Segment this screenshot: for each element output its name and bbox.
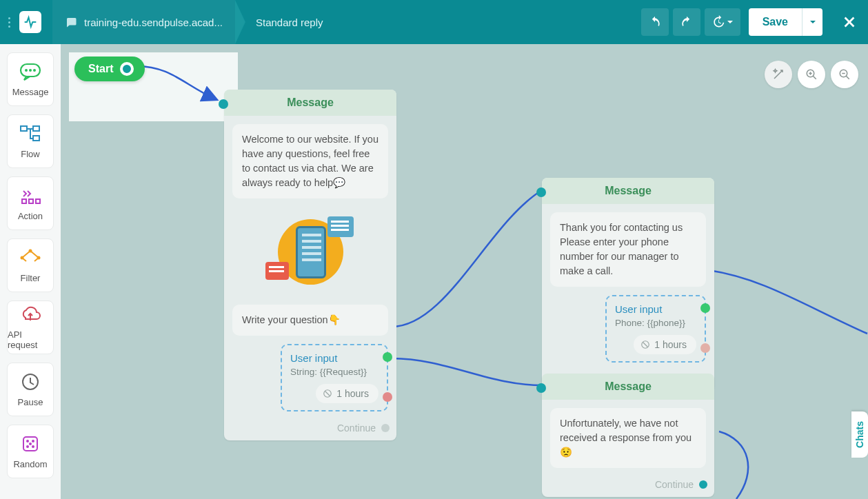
illustration [232,207,388,296]
svg-rect-7 [22,199,26,203]
continue-row: Continue [224,420,396,440]
node-message-1[interactable]: Message Welcome to our website. If you h… [224,90,396,440]
user-input-variable: String: {{Request}} [290,367,379,377]
node-message-3[interactable]: Message Unfortunately, we have not recei… [542,374,714,497]
tool-label: Random [13,459,47,469]
start-label: Start [88,63,113,75]
tool-pause[interactable]: Pause [7,363,54,416]
zoom-out-button[interactable] [831,61,858,88]
chat-icon [65,16,77,28]
tool-flow[interactable]: Flow [7,114,54,168]
tool-action[interactable]: Action [7,176,54,230]
svg-point-3 [33,69,36,72]
message-text: Unfortunately, we have not received a re… [550,408,706,468]
block-icon [640,340,650,349]
continue-row: Continue [542,476,714,497]
breadcrumb-bot[interactable]: training-edu.sendpulse.acad... [52,0,235,44]
input-port[interactable] [219,99,228,109]
chats-tab[interactable]: Chats [851,411,868,458]
svg-point-17 [26,445,29,448]
tool-api-request[interactable]: API request [7,301,54,354]
svg-rect-9 [36,199,40,203]
svg-point-10 [29,249,32,252]
user-input-title: User input [615,303,696,315]
node-title: Message [224,90,396,116]
cloud-icon [19,305,41,324]
redo-button[interactable] [673,8,700,36]
svg-rect-8 [29,199,33,203]
magic-button[interactable] [765,61,792,88]
svg-rect-4 [21,126,27,131]
tool-label: Flow [21,149,39,159]
svg-point-16 [32,440,34,442]
svg-point-18 [32,445,34,448]
user-input-timeout: 1 hours [634,335,696,354]
svg-point-1 [25,69,28,72]
svg-point-12 [21,256,24,259]
top-actions: Save [641,8,860,36]
message-text: Thank you for contacting us Please enter… [550,212,706,287]
node-title: Message [542,178,714,204]
tool-label: Pause [18,397,43,407]
flow-canvas[interactable]: Start Message Welcome to our website. If… [61,44,868,499]
node-title: Message [542,374,714,400]
svg-point-2 [29,69,32,72]
undo-button[interactable] [641,8,669,36]
message-text: Welcome to our website. If you have any … [232,124,388,198]
save-dropdown[interactable] [802,8,822,36]
user-input-variable: Phone: {{phone}} [615,318,696,328]
continue-port[interactable] [381,424,390,432]
block-icon [323,389,332,398]
output-port-timeout[interactable] [383,392,392,402]
node-message-2[interactable]: Message Thank you for contacting us Plea… [542,178,714,391]
output-port-success[interactable] [700,303,710,313]
dice-icon [19,434,41,454]
user-input-timeout: 1 hours [316,384,379,403]
flow-icon [19,124,41,143]
svg-rect-5 [33,126,39,131]
breadcrumb-bot-label: training-edu.sendpulse.acad... [84,17,223,28]
tool-label: Message [12,87,49,97]
svg-rect-6 [33,136,39,141]
tool-label: Action [18,211,43,221]
prompt-text: Write your question👇 [232,305,388,336]
tool-label: API request [8,329,53,350]
start-output-port[interactable] [120,62,134,76]
clock-icon [19,372,41,391]
message-icon [19,62,41,81]
tool-label: Filter [21,273,41,283]
close-button[interactable] [839,12,860,32]
breadcrumb-flow: Standard reply [235,0,336,44]
tool-filter[interactable]: Filter [7,238,54,292]
action-icon [19,186,41,205]
user-input-title: User input [290,352,379,364]
svg-point-15 [26,440,29,442]
input-port[interactable] [536,187,546,197]
breadcrumb-flow-label: Standard reply [256,17,323,28]
zoom-controls [765,61,858,88]
tool-random[interactable]: Random [7,425,54,478]
svg-point-19 [29,442,32,445]
svg-point-11 [37,256,41,259]
topbar: training-edu.sendpulse.acad... Standard … [0,0,868,44]
history-button[interactable] [705,8,740,36]
output-port-success[interactable] [383,352,392,362]
app-logo[interactable] [19,11,41,33]
drag-handle-icon[interactable] [8,17,14,28]
input-port[interactable] [536,383,546,393]
zoom-in-button[interactable] [798,61,825,88]
save-button[interactable]: Save [749,8,802,36]
continue-port[interactable] [699,480,707,489]
output-port-timeout[interactable] [700,343,710,353]
filter-icon [19,248,41,267]
start-node[interactable]: Start [74,57,145,81]
tool-sidebar: Message Flow Action Filter API request P… [0,44,61,499]
tool-message[interactable]: Message [7,52,54,106]
user-input-block[interactable]: User input String: {{Request}} 1 hours [281,344,388,411]
user-input-block[interactable]: User input Phone: {{phone}} 1 hours [605,295,706,363]
